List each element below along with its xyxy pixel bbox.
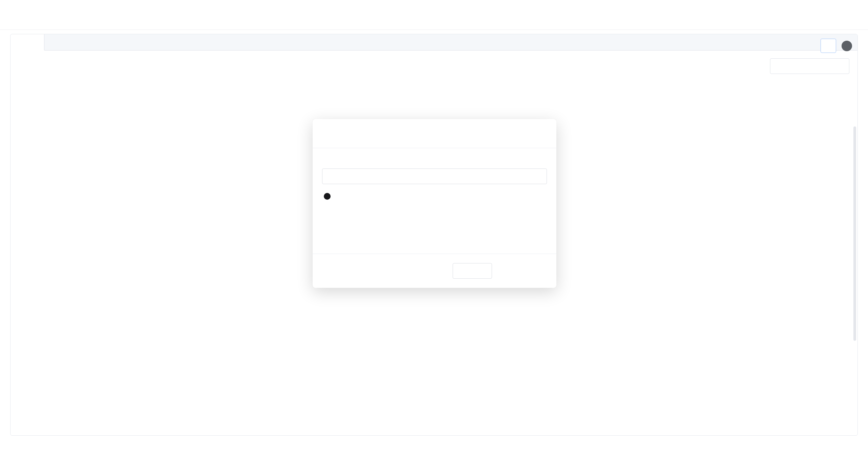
modal-header bbox=[313, 119, 556, 148]
annotation-highlight bbox=[499, 261, 547, 281]
tab-bar bbox=[11, 34, 857, 51]
info-icon bbox=[324, 193, 331, 200]
sub-group-label bbox=[322, 193, 547, 200]
tab-actions bbox=[821, 39, 852, 53]
dialog-header bbox=[0, 0, 868, 30]
modal-cancel-button[interactable] bbox=[453, 263, 492, 279]
help-icon[interactable] bbox=[842, 41, 852, 51]
tab-personnel[interactable] bbox=[11, 34, 44, 51]
modal-body bbox=[313, 148, 556, 206]
modal-confirm-button[interactable] bbox=[502, 263, 544, 279]
add-submodel-button[interactable] bbox=[821, 39, 836, 53]
toolbar bbox=[19, 59, 849, 74]
vertical-scrollbar[interactable] bbox=[853, 126, 856, 341]
group-name-input[interactable] bbox=[322, 169, 547, 184]
modal-footer bbox=[313, 254, 556, 288]
add-group-modal bbox=[313, 119, 556, 288]
tab-content bbox=[11, 51, 857, 91]
search-input[interactable] bbox=[770, 58, 849, 74]
